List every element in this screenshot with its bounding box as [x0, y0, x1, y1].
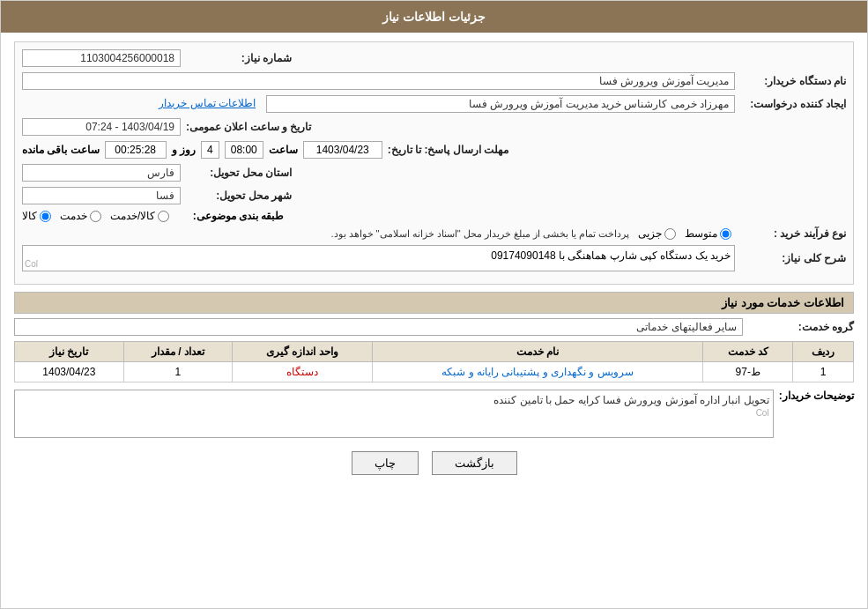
creator-label: ایجاد کننده درخواست: [740, 98, 846, 110]
buyer-org-row: نام دستگاه خریدار: مدیریت آموزش ویرورش ف… [22, 72, 846, 90]
process-option-motevaset[interactable]: متوسط [685, 227, 731, 240]
category-option-kala-khedmat[interactable]: کالا/خدمت [110, 210, 169, 222]
buyer-notes-value: تحویل انبار اداره آموزش ویرورش فسا کرایه… [493, 394, 768, 406]
process-radio-jozi[interactable] [664, 228, 676, 240]
city-label: شهر محل تحویل: [186, 189, 292, 202]
buyer-notes-label: توضیحات خریدار: [779, 390, 854, 402]
buyer-notes-col-indicator: Col [756, 408, 769, 418]
service-group-value: سایر فعالیتهای خدماتی [14, 318, 743, 336]
province-row: استان محل تحویل: فارس [22, 164, 846, 182]
content-area: شماره نیاز: 1103004256000018 نام دستگاه … [1, 33, 867, 493]
creator-row: ایجاد کننده درخواست: مهرزاد خرمی کارشناس… [22, 95, 846, 113]
page-wrapper: جزئیات اطلاعات نیاز شماره نیاز: 11030042… [0, 0, 868, 609]
creator-value: مهرزاد خرمی کارشناس خرید مدیریت آموزش وی… [266, 95, 735, 113]
services-section-title: اطلاعات خدمات مورد نیاز [14, 292, 854, 314]
category-label-khedmat: خدمت [60, 210, 87, 222]
category-radio-group: کالا/خدمت خدمت کالا [22, 210, 169, 222]
col-count: تعداد / مقدار [123, 342, 233, 362]
col-service-name: نام خدمت [372, 342, 703, 362]
announce-date-label: تاریخ و ساعت اعلان عمومی: [186, 121, 311, 133]
col-date: تاریخ نیاز [15, 342, 124, 362]
back-button[interactable]: بازگشت [432, 451, 517, 475]
process-label: نوع فرآیند خرید : [740, 227, 846, 240]
buyer-org-value: مدیریت آموزش ویرورش فسا [22, 72, 735, 90]
category-radio-kala[interactable] [40, 211, 51, 222]
table-header-row: ردیف کد خدمت نام خدمت واحد اندازه گیری ت… [15, 342, 854, 362]
process-radio-motevaset[interactable] [720, 228, 731, 240]
category-option-khedmat[interactable]: خدمت [60, 210, 101, 222]
category-label-kala: کالا [22, 210, 37, 222]
category-radio-khedmat[interactable] [90, 211, 101, 222]
need-desc-row: شرح کلی نیاز: خرید یک دستگاه کپی شارپ هم… [22, 245, 846, 271]
announce-date-row: تاریخ و ساعت اعلان عمومی: 1403/04/19 - 0… [22, 118, 846, 136]
need-desc-value: خرید یک دستگاه کپی شارپ هماهنگی با 09174… [491, 249, 731, 262]
cell-service-name: سرویس و نگهداری و پشتیبانی رایانه و شبکه [372, 362, 703, 382]
cell-service-code: ط-97 [703, 362, 793, 382]
page-header: جزئیات اطلاعات نیاز [1, 1, 867, 33]
col-unit: واحد اندازه گیری [233, 342, 372, 362]
category-option-kala[interactable]: کالا [22, 210, 51, 222]
province-value: فارس [22, 164, 181, 182]
buyer-org-label: نام دستگاه خریدار: [740, 75, 846, 87]
need-desc-box: خرید یک دستگاه کپی شارپ هماهنگی با 09174… [22, 245, 735, 271]
deadline-time-label: ساعت [269, 144, 298, 156]
process-label-motevaset: متوسط [685, 227, 717, 240]
col-row-num: ردیف [793, 342, 854, 362]
cell-row-num: 1 [793, 362, 854, 382]
services-section: گروه خدمت: سایر فعالیتهای خدماتی ردیف کد… [14, 318, 854, 382]
buyer-notes-area: توضیحات خریدار: تحویل انبار اداره آموزش … [14, 390, 854, 438]
need-number-value: 1103004256000018 [22, 49, 181, 67]
need-number-label: شماره نیاز: [186, 52, 292, 64]
process-note: پرداخت تمام یا بخشی از مبلغ خریدار محل "… [22, 228, 629, 240]
cell-date: 1403/04/23 [15, 362, 124, 382]
cell-unit: دستگاه [233, 362, 372, 382]
process-row: نوع فرآیند خرید : متوسط جزیی پرداخت تمام… [22, 227, 846, 240]
cell-count: 1 [123, 362, 233, 382]
category-label-kala-khedmat: کالا/خدمت [110, 210, 155, 222]
deadline-row: مهلت ارسال پاسخ: تا تاریخ: 1403/04/23 سا… [22, 141, 846, 159]
process-option-jozi[interactable]: جزیی [638, 227, 676, 240]
page-title: جزئیات اطلاعات نیاز [382, 10, 486, 24]
creator-link[interactable]: اطلاعات تماس خریدار [22, 95, 261, 113]
print-button[interactable]: چاپ [352, 451, 419, 475]
city-value: فسا [22, 187, 181, 204]
province-label: استان محل تحویل: [186, 167, 292, 179]
process-radio-group: متوسط جزیی [638, 227, 731, 240]
services-table: ردیف کد خدمت نام خدمت واحد اندازه گیری ت… [14, 341, 854, 382]
col-indicator: Col [25, 259, 38, 269]
category-row: طبقه بندی موضوعی: کالا/خدمت خدمت کالا [22, 210, 846, 222]
buttons-row: بازگشت چاپ [14, 451, 854, 475]
category-label: طبقه بندی موضوعی: [178, 210, 284, 222]
city-row: شهر محل تحویل: فسا [22, 187, 846, 204]
deadline-countdown: 00:25:28 [105, 141, 167, 159]
need-desc-label: شرح کلی نیاز: [740, 252, 846, 264]
service-group-label: گروه خدمت: [748, 321, 854, 333]
table-row: 1 ط-97 سرویس و نگهداری و پشتیبانی رایانه… [15, 362, 854, 382]
deadline-time: 08:00 [225, 141, 263, 159]
buyer-notes-box: تحویل انبار اداره آموزش ویرورش فسا کرایه… [14, 390, 774, 438]
main-info-section: شماره نیاز: 1103004256000018 نام دستگاه … [14, 41, 854, 285]
deadline-label: مهلت ارسال پاسخ: تا تاریخ: [388, 144, 508, 156]
announce-date-value: 1403/04/19 - 07:24 [22, 118, 181, 136]
need-number-row: شماره نیاز: 1103004256000018 [22, 49, 846, 67]
deadline-days: 4 [201, 141, 219, 159]
deadline-countdown-label: ساعت باقی مانده [22, 144, 100, 156]
deadline-date: 1403/04/23 [303, 141, 382, 159]
process-label-jozi: جزیی [638, 227, 662, 240]
col-service-code: کد خدمت [703, 342, 793, 362]
deadline-days-label: روز و [172, 144, 196, 156]
service-group-row: گروه خدمت: سایر فعالیتهای خدماتی [14, 318, 854, 336]
category-radio-kala-khedmat[interactable] [158, 211, 169, 222]
